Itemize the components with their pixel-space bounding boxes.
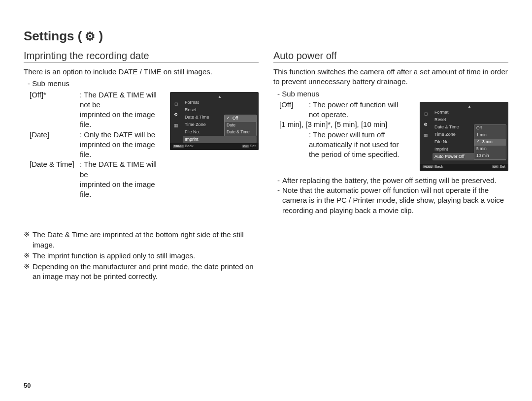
- autopower-heading: Auto power off: [273, 50, 508, 63]
- def-term-off: [Off]*: [30, 90, 80, 100]
- imprint-heading: Imprinting the recording date: [24, 50, 259, 63]
- note-row: ※ The imprint function is applied only t…: [24, 251, 259, 261]
- imprint-notes: ※ The Date & Time are imprinted at the b…: [24, 230, 259, 281]
- side-icon: ▦: [423, 132, 429, 138]
- popup-option: Date & Time: [225, 129, 256, 136]
- title-text: Settings (: [24, 29, 82, 44]
- note-text: Depending on the manufacturer and print …: [33, 262, 259, 282]
- gear-icon: ⚙: [173, 112, 179, 118]
- note-text: The imprint function is applied only to …: [33, 251, 259, 261]
- arrow-up-icon: ▲: [432, 105, 506, 109]
- right-column: Auto power off This function switches th…: [273, 49, 508, 283]
- autopower-intro: This function switches the camera off af…: [273, 67, 508, 87]
- page-number: 50: [24, 382, 31, 389]
- note-symbol: ※: [24, 230, 33, 240]
- title-close: ): [99, 29, 103, 44]
- screen-footer: MENU Back OK Set: [420, 164, 508, 171]
- page-title: Settings ( ⚙ ): [24, 29, 508, 46]
- autopower-def-list: [Off] : The power off function will not …: [279, 100, 408, 171]
- arrow-up-icon: ▲: [183, 95, 257, 99]
- note-row: ※ Depending on the manufacturer and prin…: [24, 262, 259, 282]
- imprint-submenus-label: - Sub menus: [28, 79, 259, 89]
- side-icon: ◻: [423, 111, 429, 117]
- ok-button-icon: OK: [242, 145, 249, 148]
- screen-side-icons: ◻ ⚙ ▦: [421, 111, 430, 138]
- def-term-date: [Date]: [30, 130, 80, 140]
- side-icon: ▦: [173, 123, 179, 128]
- def-term-off: [Off]: [279, 100, 309, 110]
- menu-item: Reset: [183, 106, 257, 114]
- popup-option: 1 min: [474, 132, 506, 139]
- def-desc-times: : The power will turn off automatically …: [309, 130, 408, 160]
- note-symbol: ※: [24, 251, 33, 261]
- def-desc: : The DATE & TIME will not be: [80, 90, 158, 110]
- popup-option: 10 min: [474, 153, 506, 159]
- note-symbol: ※: [24, 262, 33, 272]
- ok-button-icon: OK: [492, 165, 499, 168]
- popup-option-selected: 3 min: [474, 139, 506, 146]
- imprint-def-list: [Off]* : The DATE & TIME will not be imp…: [30, 90, 158, 200]
- gear-icon: ⚙: [85, 30, 96, 43]
- note-text: After replacing the battery, the power o…: [282, 176, 508, 185]
- popup-option: 5 min: [474, 146, 506, 153]
- left-column: Imprinting the recording date There is a…: [24, 49, 259, 283]
- menu-button-icon: MENU: [423, 165, 433, 168]
- note-row: - After replacing the battery, the power…: [277, 176, 508, 185]
- side-icon: ◻: [173, 101, 179, 107]
- popup-option-selected: Off: [225, 115, 256, 122]
- dash-icon: -: [277, 185, 282, 195]
- def-desc: : The power off function will not operat…: [309, 100, 408, 120]
- def-row: [Date] : Only the DATE will be: [30, 130, 158, 140]
- def-term-datetime: [Date & Time]: [30, 159, 80, 169]
- def-desc-line2: imprinted on the image file.: [80, 140, 158, 160]
- autopower-notes: - After replacing the battery, the power…: [273, 176, 508, 216]
- popup-option: Off: [474, 125, 506, 132]
- screen-footer: MENU Back OK Set: [170, 143, 259, 150]
- imprint-popup: Off Date Date & Time: [224, 115, 257, 136]
- autopower-popup: Off 1 min 3 min 5 min 10 min: [474, 124, 506, 160]
- imprint-intro: There is an option to include DATE / TIM…: [24, 67, 259, 77]
- note-row: ※ The Date & Time are imprinted at the b…: [24, 230, 259, 250]
- popup-option: Date: [225, 122, 256, 129]
- menu-button-icon: MENU: [173, 145, 184, 148]
- screen-side-icons: ◻ ⚙ ▦: [171, 101, 180, 128]
- menu-item-selected: Imprint: [183, 136, 257, 143]
- menu-item: Format: [183, 99, 257, 106]
- def-desc-line2: imprinted on the image file.: [80, 180, 158, 200]
- def-desc: : The DATE & TIME will be: [80, 159, 158, 180]
- autopower-screen-mock: ◻ ⚙ ▦ ▲ Format Reset Date & Time Time Zo…: [420, 102, 508, 171]
- gear-icon: ⚙: [423, 122, 429, 127]
- def-desc-line2: imprinted on the image file.: [80, 110, 158, 130]
- def-row: [Date & Time] : The DATE & TIME will be: [30, 159, 158, 180]
- note-text: Note that the automatic power off functi…: [282, 185, 508, 216]
- autopower-submenus-label: - Sub menus: [277, 89, 508, 99]
- def-row: [Off]* : The DATE & TIME will not be: [30, 90, 158, 110]
- dash-icon: -: [277, 176, 282, 185]
- def-desc: : Only the DATE will be: [80, 130, 158, 140]
- menu-item: Reset: [432, 116, 506, 123]
- menu-item: Format: [432, 109, 506, 116]
- note-row: - Note that the automatic power off func…: [277, 185, 508, 216]
- def-row: [Off] : The power off function will not …: [279, 100, 408, 120]
- def-term-times: [1 min], [3 min]*, [5 min], [10 min]: [279, 120, 408, 129]
- imprint-screen-mock: ◻ ⚙ ▦ ▲ Format Reset Date & TimeOff Time…: [170, 92, 259, 150]
- note-text: The Date & Time are imprinted at the bot…: [33, 230, 259, 250]
